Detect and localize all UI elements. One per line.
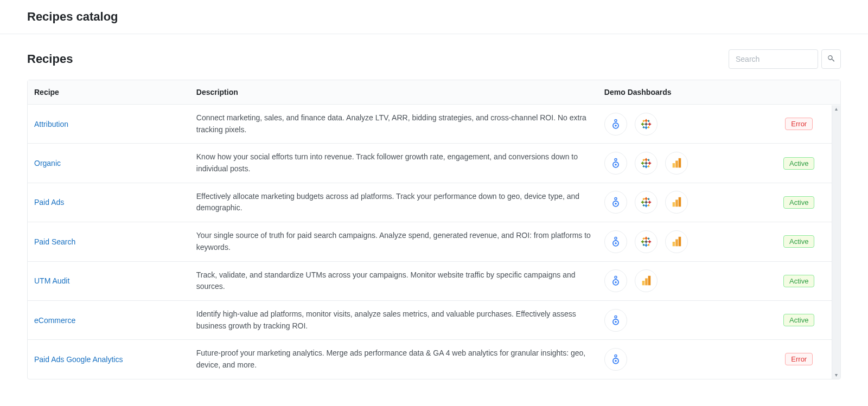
col-header-recipe: Recipe bbox=[28, 80, 190, 105]
search-button[interactable] bbox=[821, 49, 841, 69]
dashboard-icons bbox=[604, 191, 751, 214]
dashboard-icons bbox=[604, 309, 751, 332]
recipe-link[interactable]: Paid Search bbox=[34, 237, 75, 246]
powerbi-icon[interactable] bbox=[665, 230, 688, 253]
looker-icon[interactable] bbox=[604, 269, 627, 292]
recipe-link[interactable]: Paid Ads bbox=[34, 198, 64, 207]
dashboard-icons bbox=[604, 230, 751, 253]
recipe-description: Connect marketing, sales, and finance da… bbox=[196, 113, 586, 134]
table-row: OrganicKnow how your social efforts turn… bbox=[28, 144, 840, 183]
recipe-link[interactable]: Attribution bbox=[34, 120, 68, 128]
status-badge: Error bbox=[785, 118, 813, 130]
content: Recipes Recipe Description Demo Dashboar… bbox=[0, 34, 868, 395]
page-title: Recipes catalog bbox=[27, 10, 841, 24]
recipe-description: Effectively allocate marketing budgets a… bbox=[196, 192, 579, 212]
recipe-description: Future-proof your marketing analytics. M… bbox=[196, 349, 585, 369]
table-row: eCommerceIdentify high-value ad platform… bbox=[28, 300, 840, 339]
status-badge: Error bbox=[785, 353, 813, 365]
powerbi-icon[interactable] bbox=[665, 191, 688, 214]
looker-icon[interactable] bbox=[604, 230, 627, 253]
recipe-description: Track, validate, and standardize UTMs ac… bbox=[196, 270, 576, 291]
looker-icon[interactable] bbox=[604, 191, 627, 214]
recipes-table: Recipe Description Demo Dashboards Attri… bbox=[28, 80, 840, 379]
looker-icon[interactable] bbox=[604, 113, 627, 136]
recipe-description: Your single source of truth for paid sea… bbox=[196, 231, 591, 252]
table-row: Paid Ads Google AnalyticsFuture-proof yo… bbox=[28, 340, 840, 379]
page-header: Recipes catalog bbox=[0, 0, 868, 34]
scroll-down-icon: ▾ bbox=[835, 372, 838, 378]
status-badge: Active bbox=[783, 314, 814, 326]
search-input[interactable] bbox=[729, 49, 818, 69]
search-wrap bbox=[729, 49, 841, 69]
scrollbar[interactable]: ▴ ▾ bbox=[832, 105, 840, 379]
tableau-icon[interactable] bbox=[635, 191, 658, 214]
tableau-icon[interactable] bbox=[635, 152, 658, 175]
dashboard-icons bbox=[604, 269, 751, 292]
table-row: Paid AdsEffectively allocate marketing b… bbox=[28, 183, 840, 222]
table-row: Paid SearchYour single source of truth f… bbox=[28, 222, 840, 261]
recipe-description: Know how your social efforts turn into r… bbox=[196, 152, 578, 173]
table-row: UTM AuditTrack, validate, and standardiz… bbox=[28, 261, 840, 300]
dashboard-icons bbox=[604, 152, 751, 175]
table-row: AttributionConnect marketing, sales, and… bbox=[28, 105, 840, 144]
section-top: Recipes bbox=[27, 49, 841, 69]
tableau-icon[interactable] bbox=[635, 230, 658, 253]
recipe-link[interactable]: Organic bbox=[34, 159, 61, 167]
powerbi-icon[interactable] bbox=[665, 152, 688, 175]
scroll-up-icon: ▴ bbox=[835, 106, 838, 112]
status-badge: Active bbox=[783, 157, 814, 170]
dashboard-icons bbox=[604, 348, 751, 371]
status-badge: Active bbox=[783, 196, 814, 209]
table-container: Recipe Description Demo Dashboards Attri… bbox=[27, 80, 841, 379]
looker-icon[interactable] bbox=[604, 309, 627, 332]
col-header-description: Description bbox=[190, 80, 598, 105]
looker-icon[interactable] bbox=[604, 348, 627, 371]
recipe-description: Identify high-value ad platforms, monito… bbox=[196, 310, 576, 330]
powerbi-icon[interactable] bbox=[635, 269, 658, 292]
recipe-link[interactable]: eCommerce bbox=[34, 316, 75, 325]
status-badge: Active bbox=[783, 275, 814, 287]
tableau-icon[interactable] bbox=[635, 113, 658, 136]
dashboard-icons bbox=[604, 113, 751, 136]
recipe-link[interactable]: UTM Audit bbox=[34, 276, 69, 285]
section-title: Recipes bbox=[27, 52, 73, 66]
col-header-status bbox=[757, 80, 840, 105]
search-icon bbox=[827, 54, 835, 65]
status-badge: Active bbox=[783, 235, 814, 248]
looker-icon[interactable] bbox=[604, 152, 627, 175]
table-header-row: Recipe Description Demo Dashboards bbox=[28, 80, 840, 105]
recipe-link[interactable]: Paid Ads Google Analytics bbox=[34, 355, 123, 364]
col-header-dashboards: Demo Dashboards bbox=[598, 80, 758, 105]
